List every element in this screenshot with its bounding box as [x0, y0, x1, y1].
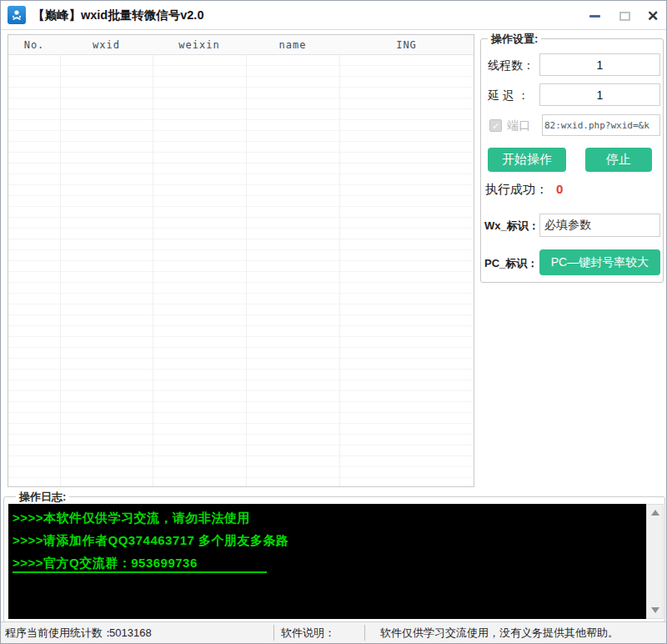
- port-checkbox-label: 端口: [507, 118, 530, 133]
- success-row: 执行成功：0: [485, 182, 563, 198]
- log-group-title: 操作日志:: [16, 490, 69, 505]
- column-header-no[interactable]: No.: [8, 35, 60, 55]
- log-scrollbar[interactable]: [646, 504, 664, 619]
- scroll-up-icon[interactable]: [651, 510, 659, 516]
- success-count: 0: [556, 182, 563, 196]
- pc-id-label: PC_标识：: [484, 256, 538, 271]
- statusbar: 程序当前使用统计数： 5013168 软件说明： 软件仅供学习交流使用，没有义务…: [1, 621, 666, 643]
- log-group: 操作日志: >>>>本软件仅供学习交流，请勿非法使用 >>>>请添加作者QQ37…: [3, 496, 665, 622]
- statusbar-divider: [364, 625, 365, 641]
- result-table: No. wxid weixin name ING: [8, 34, 474, 487]
- stop-button[interactable]: 停止: [585, 148, 652, 172]
- log-underline: [13, 571, 267, 573]
- column-header-weixin[interactable]: weixin: [153, 35, 246, 55]
- usage-count-label: 程序当前使用统计数：: [5, 622, 113, 643]
- port-checkbox[interactable]: ✓: [489, 119, 502, 132]
- usage-count-value: 5013168: [109, 622, 152, 643]
- thread-count-label: 线程数：: [488, 58, 534, 73]
- delay-input[interactable]: [539, 83, 660, 106]
- delay-label: 延 迟 ：: [488, 88, 529, 103]
- titlebar: 【巅峰】wxid批量转微信号v2.0 ✕: [1, 1, 666, 30]
- pc-id-button[interactable]: PC—键封号率较大: [539, 249, 660, 275]
- minimize-icon: [589, 15, 600, 18]
- start-button[interactable]: 开始操作: [488, 148, 566, 172]
- scroll-down-icon[interactable]: [651, 607, 659, 613]
- settings-group: 操作设置: 线程数： 延 迟 ： ✓ 端口 开始操作 停止 执行成功：0 Wx_…: [480, 38, 664, 283]
- app-window: 【巅峰】wxid批量转微信号v2.0 ✕ No. wxid weixin nam…: [0, 0, 667, 644]
- software-note-label: 软件说明：: [281, 622, 335, 643]
- column-divider: [339, 55, 340, 486]
- thread-count-input[interactable]: [539, 53, 660, 76]
- wx-id-label: Wx_标识：: [484, 219, 539, 234]
- software-note-text: 软件仅供学习交流使用，没有义务提供其他帮助。: [380, 622, 619, 643]
- statusbar-divider: [273, 625, 274, 641]
- table-body[interactable]: [8, 55, 474, 486]
- close-icon: ✕: [647, 9, 659, 23]
- column-header-ing[interactable]: ING: [339, 35, 474, 55]
- column-header-name[interactable]: name: [246, 35, 339, 55]
- window-title: 【巅峰】wxid批量转微信号v2.0: [33, 1, 203, 30]
- log-line: >>>>请添加作者QQ374463717 多个朋友多条路: [13, 533, 289, 549]
- settings-group-title: 操作设置:: [488, 32, 541, 47]
- column-header-wxid[interactable]: wxid: [60, 35, 153, 55]
- log-line: >>>>本软件仅供学习交流，请勿非法使用: [13, 511, 250, 526]
- column-divider: [153, 55, 153, 486]
- app-icon-glyph: [10, 8, 23, 22]
- column-divider: [246, 55, 247, 486]
- minimize-button[interactable]: [583, 4, 606, 28]
- wx-id-input[interactable]: [539, 214, 660, 237]
- close-button[interactable]: ✕: [641, 4, 664, 28]
- table-header: No. wxid weixin name ING: [8, 35, 474, 55]
- maximize-icon: [619, 12, 630, 21]
- checkmark-icon: ✓: [492, 121, 499, 131]
- success-label: 执行成功：: [485, 182, 548, 196]
- column-divider: [60, 55, 61, 486]
- app-icon: [8, 6, 26, 24]
- maximize-button[interactable]: [613, 4, 636, 28]
- log-line: >>>>官方Q交流群：953699736: [13, 556, 198, 571]
- port-url-input[interactable]: [542, 114, 660, 136]
- log-console[interactable]: >>>>本软件仅供学习交流，请勿非法使用 >>>>请添加作者QQ37446371…: [8, 504, 646, 619]
